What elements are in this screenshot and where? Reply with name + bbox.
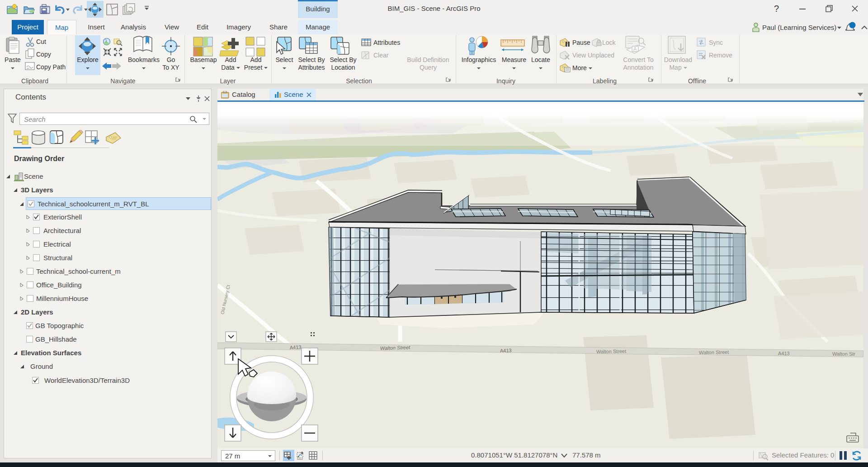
svg-text:A413: A413 — [289, 344, 301, 350]
svg-text:Walton Str: Walton Str — [832, 351, 855, 357]
svg-text:Walton Street: Walton Street — [596, 348, 626, 354]
svg-text:Walton Street: Walton Street — [380, 344, 411, 351]
svg-text:A413: A413 — [500, 348, 512, 353]
svg-text:?: ? — [774, 4, 779, 14]
svg-text:A413: A413 — [778, 351, 790, 356]
svg-text:Walton Street: Walton Street — [699, 349, 729, 355]
svg-text:A: A — [633, 46, 637, 52]
svg-text:Paul (Learning Services): Paul (Learning Services) — [762, 24, 836, 31]
